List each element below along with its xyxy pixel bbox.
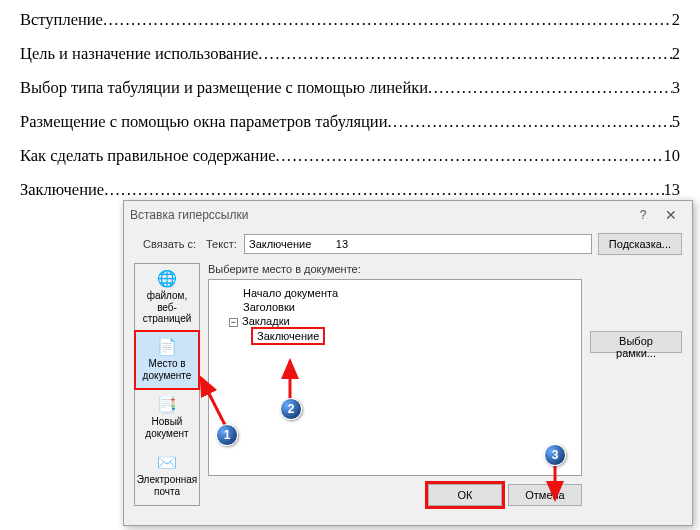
- dialog-titlebar: Вставка гиперссылки ? ✕: [124, 201, 692, 229]
- toc-line: Как сделать правильное содержание.......…: [8, 146, 680, 166]
- tree-node-bookmarks[interactable]: −Закладки: [217, 314, 573, 328]
- toc-title: Цель и назначение использование: [20, 44, 258, 64]
- toc-page: 5: [672, 112, 680, 132]
- insert-hyperlink-dialog: Вставка гиперссылки ? ✕ Связать с: Текст…: [123, 200, 693, 526]
- toc-leader: ........................................…: [428, 78, 672, 98]
- tree-node-label: Закладки: [242, 315, 290, 327]
- callout-badge-2: 2: [280, 398, 302, 420]
- document-tree[interactable]: Начало документа Заголовки −Закладки Зак…: [208, 279, 582, 476]
- toc-line: Заключение..............................…: [8, 180, 680, 200]
- toc-title: Заключение: [20, 180, 104, 200]
- callout-badge-3: 3: [544, 444, 566, 466]
- sidebar-item-label: Новый документ: [137, 416, 197, 439]
- toc-title: Выбор типа табуляции и размещение с помо…: [20, 78, 428, 98]
- choose-place-label: Выберите место в документе:: [208, 263, 582, 275]
- close-button[interactable]: ✕: [656, 207, 686, 223]
- toc-leader: ........................................…: [103, 10, 672, 30]
- toc-line: Размещение с помощью окна параметров таб…: [8, 112, 680, 132]
- ok-button[interactable]: ОК: [428, 484, 502, 506]
- screentip-button[interactable]: Подсказка...: [598, 233, 682, 255]
- sidebar-item-file-web[interactable]: 🌐 файлом, веб-страницей: [135, 264, 199, 331]
- dialog-title: Вставка гиперссылки: [130, 208, 248, 222]
- toc-page: 2: [672, 10, 680, 30]
- sidebar-item-new-doc[interactable]: 📑 Новый документ: [135, 389, 199, 447]
- sidebar-item-label: файлом, веб-страницей: [137, 290, 197, 325]
- link-to-label: Связать с:: [134, 238, 196, 250]
- cancel-button[interactable]: Отмена: [508, 484, 582, 506]
- tree-node-top[interactable]: Начало документа: [217, 286, 573, 300]
- text-label: Текст:: [202, 238, 238, 250]
- toc-leader: ........................................…: [104, 180, 663, 200]
- toc-leader: ........................................…: [387, 112, 671, 132]
- globe-file-icon: 🌐: [157, 270, 177, 288]
- toc-title: Вступление: [20, 10, 103, 30]
- tree-expander-icon[interactable]: −: [229, 318, 238, 327]
- tree-node-headings[interactable]: Заголовки: [217, 300, 573, 314]
- toc-title: Размещение с помощью окна параметров таб…: [20, 112, 387, 132]
- callout-badge-1: 1: [216, 424, 238, 446]
- sidebar-item-label: Электронная почта: [137, 474, 197, 497]
- target-frame-button[interactable]: Выбор рамки...: [590, 331, 682, 353]
- toc-page: 10: [664, 146, 681, 166]
- tree-selected-item: Заключение: [253, 329, 323, 343]
- help-button[interactable]: ?: [630, 208, 656, 222]
- toc-line: Вступление..............................…: [8, 10, 680, 30]
- toc-title: Как сделать правильное содержание: [20, 146, 276, 166]
- document-target-icon: 📄: [157, 338, 177, 356]
- display-text-input[interactable]: [244, 234, 592, 254]
- toc-leader: ........................................…: [276, 146, 664, 166]
- new-document-icon: 📑: [157, 396, 177, 414]
- tree-node-bookmark-item[interactable]: Заключение: [217, 328, 573, 344]
- document-background: Вступление..............................…: [0, 0, 700, 200]
- sidebar-item-label: Место в документе: [138, 358, 196, 381]
- toc-page: 3: [672, 78, 680, 98]
- sidebar-item-email[interactable]: ✉️ Электронная почта: [135, 447, 199, 505]
- email-icon: ✉️: [157, 454, 177, 472]
- toc-page: 13: [664, 180, 681, 200]
- toc-page: 2: [672, 44, 680, 64]
- toc-line: Выбор типа табуляции и размещение с помо…: [8, 78, 680, 98]
- toc-line: Цель и назначение использование.........…: [8, 44, 680, 64]
- sidebar-item-place-in-doc[interactable]: 📄 Место в документе: [135, 331, 199, 389]
- link-type-sidebar: 🌐 файлом, веб-страницей 📄 Место в докуме…: [134, 263, 200, 506]
- toc-leader: ........................................…: [258, 44, 671, 64]
